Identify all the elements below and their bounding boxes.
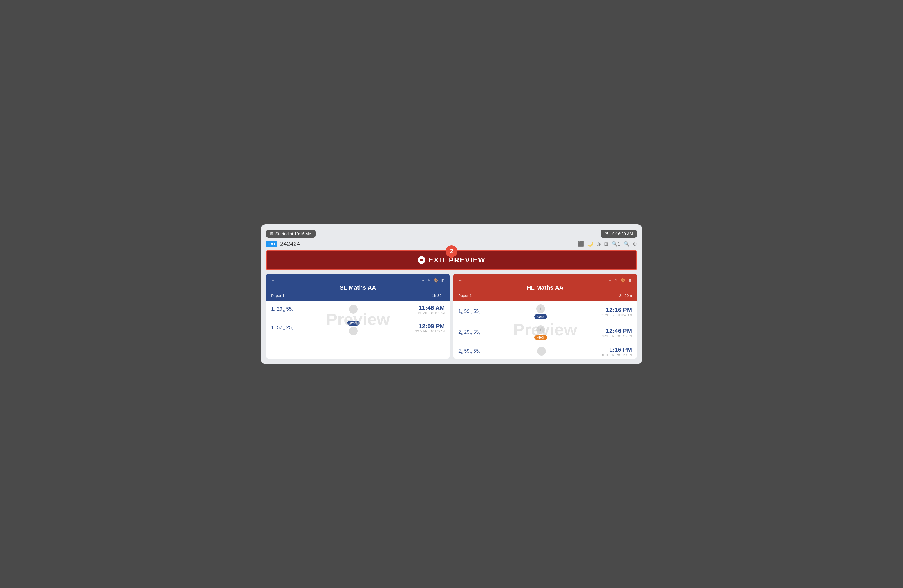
sl-endtime-val-1: 11:46 AM (414, 304, 445, 311)
hl-row-2: 2h 29m 55s ⏸ +50% 12:46 PM 5'12:41 PM (453, 321, 637, 342)
sl-duration: 1h 30m (432, 293, 445, 298)
sl-rows: Preview 1h 29m 55s ⏸ 11:46 AM 5'11:41 AM (266, 301, 450, 337)
hl-subtitle: Paper 1 2h 00m (458, 293, 632, 298)
started-badge: ⊞ Started at 10:16 AM (266, 230, 316, 238)
hl-pause-1[interactable]: ⏸ (536, 304, 545, 313)
notification-count: 2 (450, 248, 453, 255)
hl-sub1-2: 5'12:41 PM (601, 334, 614, 337)
sl-paper: Paper 1 (271, 293, 285, 298)
hl-sub2-3: 30'12:46 PM (617, 353, 632, 356)
hl-duration-1: 1h 59m 55s (458, 309, 480, 315)
sl-duration-1: 1h 29m 55s (271, 306, 293, 312)
notification-bubble: 2 (445, 245, 458, 257)
top-bar: ⊞ Started at 10:16 AM ⏱ 10:16:39 AM (266, 230, 637, 238)
nav-color-hl[interactable]: 🎨 (621, 278, 625, 282)
hl-duration: 2h 00m (619, 293, 632, 298)
sl-title: SL Maths AA (271, 284, 445, 291)
ibo-section: IBO 242424 (266, 240, 300, 248)
hl-pause-icon-1: ⏸ (539, 307, 542, 310)
hl-sub2-1: 30'11:46 AM (617, 314, 632, 317)
sl-pause-1[interactable]: ⏸ (349, 305, 358, 314)
sl-pause-2[interactable]: ⏸ (349, 327, 358, 336)
moon-icon[interactable]: 🌙 (587, 241, 593, 247)
stop-icon (418, 256, 425, 264)
sl-endtime-1: 11:46 AM 5'11:41 AM 30'11:16 AM (414, 304, 445, 314)
nav-delete-sl[interactable]: 🗑 (441, 278, 445, 282)
nav-right-hl[interactable]: → (608, 278, 612, 282)
sl-sub2-1: 30'11:16 AM (430, 311, 445, 314)
hl-duration-3: 2h 59m 55s (458, 348, 480, 354)
card-sl-maths: ← → ✎ 🎨 🗑 SL Maths AA Paper 1 1h 30m Pre… (266, 274, 450, 359)
zoom-in-icon[interactable]: 🔍1 (612, 241, 620, 247)
hl-endtime-sub-1: 5'12:11 PM 30'11:46 AM (601, 314, 632, 317)
card-hl-maths: ← → ✎ 🎨 🗑 HL Maths AA Paper 1 2h 00m Pre… (453, 274, 637, 359)
hl-endtime-val-2: 12:46 PM (601, 328, 632, 334)
sl-endtime-sub-2: 5'12:04 PM 30'11:39 AM (414, 330, 445, 333)
hl-endtime-val-1: 12:16 PM (601, 307, 632, 314)
nav-left-sl[interactable]: ← (271, 278, 275, 282)
card-nav-hl: ← → ✎ 🎨 🗑 (458, 278, 632, 282)
sl-row-1: 1h 29m 55s ⏸ 11:46 AM 5'11:41 AM 30'11:1… (266, 301, 450, 317)
sl-sub1-2: 5'12:04 PM (414, 330, 427, 333)
sl-sub1-1: 5'11:41 AM (414, 311, 428, 314)
sl-sub2-2: 30'11:39 AM (430, 330, 445, 333)
hl-pause-2[interactable]: ⏸ (536, 325, 545, 334)
hl-row-1: 1h 59m 55s ⏸ +25% 12:16 PM 5'12:11 PM (453, 301, 637, 321)
grid-icon: ⊞ (270, 231, 273, 236)
sl-endtime-val-2: 12:09 PM (414, 323, 445, 330)
hl-title: HL Maths AA (458, 284, 632, 291)
hl-badge-1: +25% (534, 314, 547, 319)
card-body-hl: Preview 1h 59m 55s ⏸ +25% (453, 301, 637, 359)
sl-badge-2: +25% (347, 321, 360, 326)
card-header-sl: ← → ✎ 🎨 🗑 SL Maths AA Paper 1 1h 30m (266, 274, 450, 301)
clock-icon: ⏱ (604, 231, 609, 236)
hl-endtime-sub-2: 5'12:41 PM 30'12:16 PM (601, 334, 632, 337)
nav-left-hl[interactable]: ← (458, 278, 462, 282)
pause-icon-2: ⏸ (352, 329, 355, 333)
card-header-hl: ← → ✎ 🎨 🗑 HL Maths AA Paper 1 2h 00m (453, 274, 637, 301)
nav-delete-hl[interactable]: 🗑 (628, 278, 632, 282)
nav-edit-hl[interactable]: ✎ (615, 278, 618, 282)
contrast-icon[interactable]: ◑ (596, 241, 601, 247)
expand-icon[interactable]: ⊕ (633, 241, 637, 247)
hl-paper: Paper 1 (458, 293, 472, 298)
zoom-out-icon[interactable]: 🔍 (623, 241, 629, 247)
nav-right-sl[interactable]: → (421, 278, 425, 282)
exam-code: 242424 (280, 240, 300, 248)
hl-rows: Preview 1h 59m 55s ⏸ +25% (453, 301, 637, 359)
exit-preview-label: EXIT PREVIEW (429, 256, 486, 264)
hl-badge-2: +50% (534, 335, 547, 340)
sl-row-2: 1h 52m 25s +25% ⏸ 12:09 PM 5'12:04 PM (266, 317, 450, 337)
ibo-label: IBO (266, 241, 277, 247)
nav-edit-sl[interactable]: ✎ (428, 278, 431, 282)
clock-badge: ⏱ 10:16:39 AM (601, 230, 637, 238)
hl-pause-3[interactable]: ⏸ (537, 347, 546, 356)
hl-endtime-2: 12:46 PM 5'12:41 PM 30'12:16 PM (601, 328, 632, 337)
cards-container: ← → ✎ 🎨 🗑 SL Maths AA Paper 1 1h 30m Pre… (266, 274, 637, 359)
card-nav-sl: ← → ✎ 🎨 🗑 (271, 278, 445, 282)
hl-pause-icon-2: ⏸ (539, 328, 542, 332)
toolbar-icons: ⬛ 🌙 ◑ ⊞ 🔍1 🔍 ⊕ (578, 241, 637, 247)
grid-view-icon[interactable]: ⊞ (604, 241, 608, 247)
hl-row-3: 2h 59m 55s ⏸ 1:16 PM 5'1:11 PM 30'12:46 … (453, 342, 637, 359)
nav-color-sl[interactable]: 🎨 (434, 278, 438, 282)
started-label: Started at 10:16 AM (275, 231, 312, 236)
card-body-sl: Preview 1h 29m 55s ⏸ 11:46 AM 5'11:41 AM (266, 301, 450, 337)
hl-sub1-3: 5'1:11 PM (602, 353, 614, 356)
hl-endtime-1: 12:16 PM 5'12:11 PM 30'11:46 AM (601, 307, 632, 317)
sl-duration-2: 1h 52m 25s (271, 325, 293, 331)
sl-subtitle: Paper 1 1h 30m (271, 293, 445, 298)
exit-preview-wrapper: 2 EXIT PREVIEW (266, 250, 637, 270)
pause-icon-1: ⏸ (352, 307, 355, 311)
monitor-icon[interactable]: ⬛ (578, 241, 584, 247)
hl-duration-2: 2h 29m 55s (458, 329, 480, 336)
sl-endtime-2: 12:09 PM 5'12:04 PM 30'11:39 AM (414, 323, 445, 333)
hl-sub1-1: 5'12:11 PM (601, 314, 614, 317)
main-window: ⊞ Started at 10:16 AM ⏱ 10:16:39 AM IBO … (261, 224, 642, 364)
hl-sub2-2: 30'12:16 PM (617, 334, 632, 337)
hl-pause-icon-3: ⏸ (540, 349, 543, 353)
hl-endtime-sub-3: 5'1:11 PM 30'12:46 PM (602, 353, 632, 356)
hl-endtime-3: 1:16 PM 5'1:11 PM 30'12:46 PM (602, 346, 632, 356)
hl-endtime-val-3: 1:16 PM (602, 346, 632, 353)
sl-endtime-sub-1: 5'11:41 AM 30'11:16 AM (414, 311, 445, 314)
